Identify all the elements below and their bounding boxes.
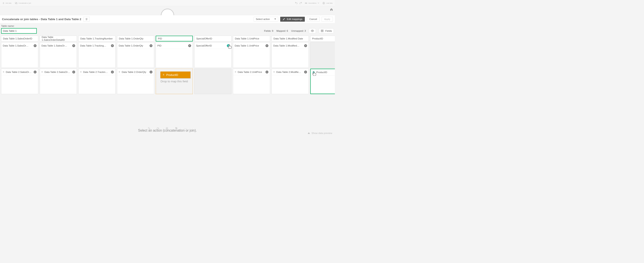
- concat-join-button[interactable]: Concatenate or join: [13, 1, 32, 5]
- show-preview-toggle[interactable]: Show data preview: [308, 132, 332, 135]
- target-slot[interactable]: ProductID ✕: [310, 69, 335, 94]
- column-header[interactable]: SpecialOfferID: [194, 36, 231, 41]
- home-icon: [330, 8, 333, 11]
- column-header[interactable]: Data Table 1.OrderQty: [117, 36, 154, 41]
- list-icon: [321, 30, 324, 32]
- field-chip[interactable]: ⠿Data Table 2.Trackin… ✕: [78, 69, 116, 75]
- visibility-toggle[interactable]: [309, 29, 316, 34]
- field-chip[interactable]: ⠿Data Table 2.SalesOr… ✕: [40, 69, 77, 75]
- select-action-dropdown[interactable]: Select action: [254, 17, 278, 22]
- edit-mappings-button[interactable]: Edit mappings: [280, 17, 305, 22]
- load-data-button[interactable]: Load data: [321, 1, 334, 5]
- target-slot[interactable]: ⠿Data Table 2.OrderQty ✕: [117, 69, 154, 94]
- field-chip[interactable]: SpecialOfferID ✕: [194, 43, 231, 49]
- table-name-input[interactable]: [1, 28, 36, 34]
- chevron-down-icon: [318, 3, 319, 4]
- edit-mappings-label: Edit mappings: [287, 18, 302, 21]
- fields-menu-button[interactable]: Fields: [319, 29, 334, 34]
- target-slot[interactable]: ⠿Data Table 2.SalesOr… ✕: [1, 69, 38, 94]
- mapping-column: Data Table 1.SalesOrderID Data Table 1.S…: [1, 36, 38, 94]
- undo-button[interactable]: [294, 1, 298, 5]
- column-header[interactable]: PID: [156, 36, 193, 41]
- cursor-hand-icon: [228, 44, 232, 49]
- select-action-label: Select action: [256, 18, 270, 21]
- field-chip[interactable]: ⠿Data Table 2.UnitPrice ✕: [233, 69, 270, 75]
- cancel-button[interactable]: Cancel: [307, 17, 320, 22]
- mapping-column: ProductID ProductID ✕: [310, 36, 335, 94]
- grip-icon: ⠿: [235, 71, 236, 73]
- drop-hint: Drop to map this field: [161, 80, 188, 83]
- column-header[interactable]: Data Table 1.SalesOrderDetailID: [40, 36, 77, 41]
- source-slot[interactable]: Data Table 1.UnitPrice ✕: [233, 43, 270, 68]
- remove-field-icon[interactable]: ✕: [150, 44, 152, 47]
- grip-icon: ⠿: [119, 71, 120, 73]
- model-overview-strip: [0, 6, 335, 15]
- target-slot[interactable]: ⠿Data Table 2.Modifie… ✕: [272, 69, 308, 94]
- field-chip[interactable]: Data Table 1.UnitPrice ✕: [233, 43, 270, 49]
- grip-icon: ⠿: [3, 71, 4, 73]
- field-chip[interactable]: ⠿Data Table 2.OrderQty ✕: [117, 69, 154, 75]
- field-chip[interactable]: Data Table 1.TrackingNu… ✕: [78, 43, 116, 49]
- remove-field-icon[interactable]: ✕: [34, 44, 36, 47]
- column-header[interactable]: Data Table 1.SalesOrderID: [1, 36, 38, 41]
- source-slot[interactable]: Data Table 1.OrderQty ✕: [117, 43, 154, 68]
- load-data-label: Load data: [326, 2, 332, 4]
- remove-field-icon[interactable]: ✕: [111, 44, 114, 47]
- remove-field-icon[interactable]: ✕: [72, 44, 75, 47]
- field-chip[interactable]: Data Table 1.Modified Date ✕: [272, 43, 308, 49]
- add-data-button[interactable]: Add data: [1, 1, 13, 5]
- remove-field-icon[interactable]: ✕: [266, 44, 268, 47]
- delete-icon[interactable]: 🗑: [165, 127, 169, 131]
- field-chip[interactable]: ⠿Data Table 2.Modifie… ✕: [272, 69, 308, 75]
- target-slot[interactable]: ⠿Data Table 2.Trackin… ✕: [78, 69, 116, 94]
- grip-icon: ⠿: [163, 74, 164, 76]
- add-data-label: Add data: [6, 2, 11, 4]
- apply-button[interactable]: Apply: [322, 17, 333, 22]
- remove-field-icon[interactable]: ✕: [304, 44, 307, 47]
- remove-field-icon[interactable]: ✕: [111, 71, 114, 74]
- cancel-label: Cancel: [310, 18, 317, 21]
- remove-field-icon[interactable]: ✕: [304, 71, 307, 74]
- field-chip[interactable]: Data Table 1.SalesOrder… ✕: [40, 43, 77, 49]
- column-header[interactable]: Data Table 1.UnitPrice: [233, 36, 270, 41]
- drop-target-slot[interactable]: Drop to map this field ⠿ ProductID: [156, 69, 193, 94]
- column-header[interactable]: ProductID: [310, 36, 335, 41]
- field-chip[interactable]: Data Table 1.SalesOrderID ✕: [1, 43, 38, 49]
- remove-field-icon[interactable]: ✕: [188, 44, 191, 47]
- source-slot[interactable]: Data Table 1.Modified Date ✕: [272, 43, 308, 68]
- undo-icon: [295, 2, 298, 4]
- remove-field-icon[interactable]: ✕: [150, 71, 152, 74]
- source-slot[interactable]: [310, 43, 335, 68]
- field-chip[interactable]: Data Table 1.OrderQty ✕: [117, 43, 154, 49]
- column-header[interactable]: Data Table 1.TrackingNumber: [78, 36, 116, 41]
- target-slot[interactable]: ⠿Data Table 2.SalesOr… ✕: [40, 69, 77, 94]
- source-slot[interactable]: Data Table 1.SalesOrder… ✕: [40, 43, 77, 68]
- remove-field-icon[interactable]: ✕: [72, 71, 75, 74]
- target-slot[interactable]: ⠿Data Table 2.UnitPrice ✕: [233, 69, 270, 94]
- refresh-icon[interactable]: ⟳: [156, 127, 159, 131]
- remove-field-icon[interactable]: ✕: [266, 71, 268, 74]
- dragged-field-tag[interactable]: ⠿ ProductID: [160, 72, 190, 78]
- edit-icon[interactable]: ✎: [148, 127, 150, 131]
- source-slot[interactable]: Data Table 1.TrackingNu… ✕: [78, 43, 116, 68]
- triangle-up-icon: [308, 132, 310, 134]
- source-slot[interactable]: SpecialOfferID ✕: [194, 43, 231, 68]
- associations-button[interactable]: Associations: [304, 1, 321, 5]
- remove-field-icon[interactable]: ✕: [34, 71, 36, 74]
- column-header[interactable]: Data Table 1.Modified Date: [272, 36, 308, 41]
- more-icon[interactable]: ⋯: [184, 127, 187, 131]
- swap-tables-button[interactable]: [84, 17, 90, 22]
- target-slot[interactable]: [194, 69, 231, 94]
- source-slot[interactable]: PID ✕: [156, 43, 193, 68]
- grip-icon: ⠿: [80, 71, 82, 73]
- stat-fields: Fields: 9: [264, 29, 273, 32]
- mapping-stats: Fields: 9 Mapped: 6 Unmapped: 3 Fields: [264, 29, 334, 34]
- field-chip[interactable]: ⠿Data Table 2.SalesOr… ✕: [1, 69, 38, 75]
- source-slot[interactable]: Data Table 1.SalesOrderID ✕: [1, 43, 38, 68]
- field-chip[interactable]: PID ✕: [156, 43, 192, 49]
- redo-button[interactable]: [299, 1, 303, 5]
- home-button[interactable]: [330, 8, 333, 11]
- app-toolbar: Add data Concatenate or join Association…: [0, 0, 335, 6]
- pull-down-handle[interactable]: [161, 9, 174, 15]
- filter-icon[interactable]: ⚑: [175, 127, 178, 131]
